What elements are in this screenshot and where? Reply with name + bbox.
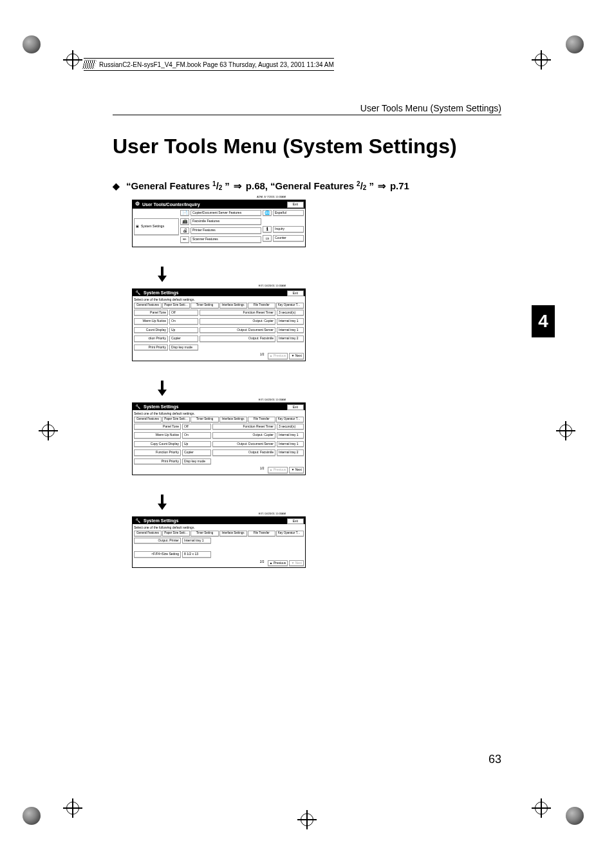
setting-label[interactable]: Output: Facsimile <box>212 449 275 456</box>
tab-0[interactable]: General Features <box>134 303 162 308</box>
next-page-button[interactable]: ▼ Next <box>289 353 304 359</box>
book-file-text: RussianC2-EN-sysF1_V4_FM.book Page 63 Th… <box>99 61 334 68</box>
setting-value: 8 1/2 x 13 <box>182 551 211 558</box>
setting-label[interactable]: Output: Printer <box>134 538 181 544</box>
setting-value: Internal tray 2 <box>277 449 304 456</box>
setting-label[interactable]: Function Priority <box>134 449 181 456</box>
book-file-header: RussianC2-EN-sysF1_V4_FM.book Page 63 Th… <box>84 58 334 71</box>
xref-text: “General Features <box>126 180 210 191</box>
next-page-button[interactable]: ▼ Next <box>289 467 304 473</box>
copier-icon: 📄 <box>180 210 189 216</box>
setting-value: Disp key mode <box>169 344 198 351</box>
tab-3[interactable]: Interface Settings <box>219 303 247 308</box>
feature-button[interactable]: Facsimile Features <box>191 218 261 225</box>
language-button[interactable]: Español <box>273 210 304 216</box>
page-body: User Tools Menu (System Settings) User T… <box>113 103 501 766</box>
setting-label[interactable]: Output: Copier <box>212 432 275 439</box>
exit-button[interactable]: Exit <box>287 518 304 525</box>
tab-3[interactable]: Interface Settings <box>219 417 247 422</box>
setting-value: Disp key mode <box>182 458 211 465</box>
xref-frac-num: 2 <box>357 180 360 187</box>
screenshot-system-settings-2: EXT. 04/20/01 11:00AM System Settings Ex… <box>132 402 306 475</box>
setting-value: Internal tray 1 <box>277 441 304 448</box>
registration-mark <box>39 421 58 440</box>
setting-label[interactable]: Function Reset Timer <box>212 424 275 430</box>
fax-icon: 📠 <box>180 218 189 225</box>
setting-label[interactable]: Panel Tone <box>134 424 181 430</box>
setting-label[interactable]: Function Reset Timer <box>200 310 275 316</box>
wrench-icon <box>135 518 141 524</box>
setting-label[interactable]: Print Priority <box>134 344 168 351</box>
inquiry-button[interactable]: Inquiry <box>273 226 304 232</box>
xref-frac-num: 1 <box>212 180 216 187</box>
registration-mark <box>297 810 317 829</box>
panel-datetime: EXT. 04/20/01 11:00AM <box>259 285 286 287</box>
tab-2[interactable]: Timer Setting <box>191 417 218 422</box>
sheaf-icon <box>82 60 97 69</box>
setting-label[interactable]: <F/F4>Size Setting <box>134 551 181 558</box>
xref-frac-den: 2 <box>219 184 223 191</box>
setting-label[interactable]: Output: Document Server <box>200 327 275 334</box>
setting-value: Internal tray 1 <box>182 538 211 544</box>
setting-value: Off <box>182 424 211 430</box>
corner-mark-tr <box>566 35 591 61</box>
panel-datetime: EXT. 04/20/01 11:00AM <box>259 513 286 515</box>
setting-label[interactable]: Count Display <box>134 327 168 334</box>
tab-1[interactable]: Paper Size Setting <box>162 303 190 308</box>
panel-title: User Tools/Counter/Inquiry <box>142 202 200 207</box>
printer-icon: 🖨 <box>180 227 189 234</box>
tab-0[interactable]: General Features <box>134 531 162 536</box>
feature-button[interactable]: Scanner Features <box>191 236 261 243</box>
next-page-button: ▼ Next <box>289 560 304 567</box>
setting-label[interactable]: Output: Copier <box>200 318 275 325</box>
tab-4[interactable]: File Transfer <box>248 303 275 308</box>
feature-button[interactable]: Copier/Document Server Features <box>191 210 261 216</box>
gear-icon <box>135 202 140 207</box>
tab-5[interactable]: Key Operator Tools <box>276 531 304 536</box>
arrow-right-icon <box>232 180 243 192</box>
setting-label[interactable]: ction Priority <box>134 335 168 342</box>
setting-value: Internal tray 1 <box>277 318 304 325</box>
screenshot-user-tools-inquiry: ADM. 3/ 7/2001 11:00AM User Tools/Counte… <box>132 200 306 247</box>
page-number: 63 <box>488 753 501 766</box>
tab-0[interactable]: General Features <box>134 417 162 422</box>
setting-label[interactable]: Output: Document Server <box>212 441 275 448</box>
tab-4[interactable]: File Transfer <box>248 531 275 536</box>
cross-reference-line: “General Features 1/2 ” p.68, “General F… <box>113 180 501 192</box>
xref-text: ” <box>225 180 230 191</box>
feature-button[interactable]: Printer Features <box>191 227 261 234</box>
tab-1[interactable]: Paper Size Setting <box>162 417 190 422</box>
setting-label[interactable]: Warm Up Notice <box>134 318 168 325</box>
page-indicator: 1/2 <box>258 467 266 473</box>
tab-2[interactable]: Timer Setting <box>191 303 218 308</box>
xref-text: ” <box>369 180 374 191</box>
xref-text: p.68, <box>246 180 268 191</box>
tab-4[interactable]: File Transfer <box>248 417 275 422</box>
tab-3[interactable]: Interface Settings <box>219 531 247 536</box>
tab-5[interactable]: Key Operator Tools <box>276 303 304 308</box>
tab-5[interactable]: Key Operator Tools <box>276 417 304 422</box>
wrench-icon <box>135 404 141 410</box>
settings-tabs: General FeaturesPaper Size SettingTimer … <box>134 531 304 536</box>
flow-arrow-down-icon <box>158 267 306 285</box>
settings-tabs: General FeaturesPaper Size SettingTimer … <box>134 303 304 308</box>
setting-value: Internal tray 1 <box>277 432 304 439</box>
setting-value: Copier <box>182 449 211 456</box>
exit-button[interactable]: Exit <box>287 404 304 411</box>
prev-page-button[interactable]: ▲ Previous <box>268 560 288 567</box>
tab-2[interactable]: Timer Setting <box>191 531 218 536</box>
exit-button[interactable]: Exit <box>287 202 304 208</box>
setting-label[interactable]: Output: Facsimile <box>200 335 275 342</box>
counter-button[interactable]: Counter <box>273 235 304 241</box>
screenshot-system-settings-1: EXT. 04/20/01 11:00AM System Settings Ex… <box>132 288 306 361</box>
setting-label[interactable]: Copy Count Display <box>134 441 181 448</box>
setting-label[interactable]: Panel Tone <box>134 310 168 316</box>
setting-label[interactable]: Print Priority <box>134 458 181 465</box>
system-settings-button[interactable]: System Settings <box>141 225 164 229</box>
exit-button[interactable]: Exit <box>287 290 304 297</box>
setting-label[interactable]: Warm Up Notice <box>134 432 181 439</box>
flow-arrow-down-icon <box>158 495 306 513</box>
tab-1[interactable]: Paper Size Setting <box>162 531 190 536</box>
panel-title: System Settings <box>144 518 178 524</box>
running-head: User Tools Menu (System Settings) <box>113 103 501 115</box>
